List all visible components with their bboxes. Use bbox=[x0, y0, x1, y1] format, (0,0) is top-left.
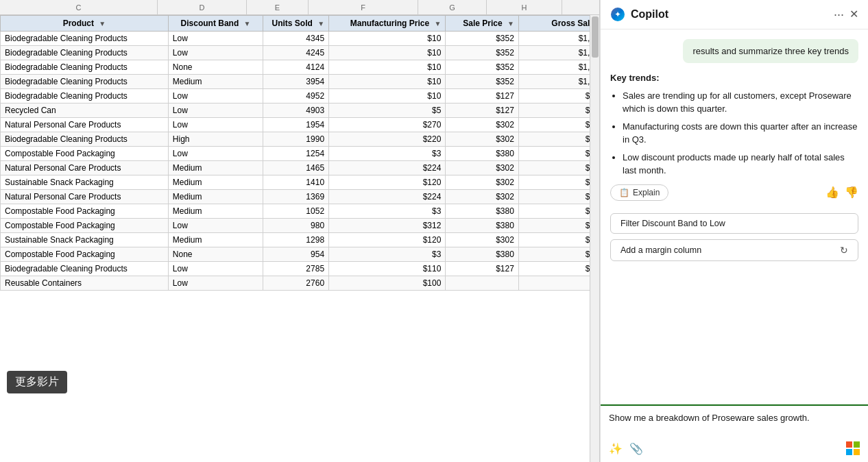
cell-mfg-price: $312 bbox=[329, 219, 446, 233]
cell-units-sold: 2785 bbox=[263, 262, 329, 276]
cell-gross-sale: $4 bbox=[518, 147, 599, 161]
filter-units-icon[interactable]: ▼ bbox=[317, 20, 324, 27]
header-units-sold[interactable]: Units Sold ▼ bbox=[263, 16, 329, 32]
col-g-header: G bbox=[418, 0, 487, 14]
sparkle-icon[interactable]: ✨ bbox=[609, 442, 623, 455]
vertical-scrollbar[interactable] bbox=[590, 15, 599, 462]
cell-sale-price: $127 bbox=[446, 89, 518, 104]
copilot-brand-icon: ✦ bbox=[610, 7, 625, 22]
cell-gross-sale: $1,5 bbox=[518, 32, 599, 46]
filter-mfg-icon[interactable]: ▼ bbox=[434, 20, 441, 27]
cell-mfg-price: $10 bbox=[329, 89, 446, 104]
cell-discount-band: Medium bbox=[168, 75, 263, 89]
table-row: Natural Personal Care Products Low 1954 … bbox=[1, 118, 599, 132]
cell-product: Biodegradable Cleaning Products bbox=[1, 262, 169, 276]
ai-response: Key trends: Sales are trending up for al… bbox=[610, 71, 858, 201]
ms-logo-green bbox=[854, 441, 860, 448]
cell-mfg-price: $3 bbox=[329, 247, 446, 262]
cell-product: Sustainable Snack Packaging bbox=[1, 233, 169, 247]
cell-gross-sale: $5 bbox=[518, 118, 599, 132]
header-mfg-price[interactable]: Manufacturing Price ▼ bbox=[329, 16, 446, 32]
cell-product: Natural Personal Care Products bbox=[1, 190, 169, 204]
cell-gross-sale: $3 bbox=[518, 204, 599, 219]
cell-units-sold: 954 bbox=[263, 247, 329, 262]
table-row: Compostable Food Packaging Medium 1052 $… bbox=[1, 204, 599, 219]
cell-product: Natural Personal Care Products bbox=[1, 118, 169, 132]
cell-units-sold: 980 bbox=[263, 219, 329, 233]
header-sale-price[interactable]: Sale Price ▼ bbox=[446, 16, 518, 32]
cell-gross-sale: $3 bbox=[518, 262, 599, 276]
close-icon[interactable]: ✕ bbox=[849, 8, 858, 22]
cell-units-sold: 1410 bbox=[263, 175, 329, 190]
cell-product: Compostable Food Packaging bbox=[1, 204, 169, 219]
cell-sale-price: $302 bbox=[446, 118, 518, 132]
cell-sale-price: $352 bbox=[446, 60, 518, 75]
explain-button[interactable]: 📋 Explain bbox=[610, 184, 668, 201]
cell-discount-band: None bbox=[168, 247, 263, 262]
copilot-logo: ✦ bbox=[610, 7, 625, 22]
cell-sale-price: $127 bbox=[446, 104, 518, 118]
cell-discount-band: Medium bbox=[168, 190, 263, 204]
cell-gross-sale: $1,4 bbox=[518, 60, 599, 75]
cell-sale-price: $302 bbox=[446, 190, 518, 204]
table-row: Sustainable Snack Packaging Medium 1410 … bbox=[1, 175, 599, 190]
cell-discount-band: Low bbox=[168, 147, 263, 161]
table-row: Compostable Food Packaging Low 1254 $3 $… bbox=[1, 147, 599, 161]
header-product[interactable]: Product ▼ bbox=[1, 16, 169, 32]
copilot-input[interactable]: Show me a breakdown of Proseware sales g… bbox=[609, 413, 860, 437]
table-wrap: Product ▼ Discount Band ▼ Units Sold ▼ M… bbox=[0, 15, 599, 462]
thumbs-down-icon[interactable]: 👎 bbox=[845, 184, 858, 201]
suggestion-chip-filter[interactable]: Filter Discount Band to Low bbox=[610, 213, 858, 234]
cell-sale-price: $302 bbox=[446, 132, 518, 147]
cell-discount-band: Medium bbox=[168, 233, 263, 247]
cell-mfg-price: $10 bbox=[329, 46, 446, 60]
table-row: Biodegradable Cleaning Products Low 4245… bbox=[1, 46, 599, 60]
suggestion-chip-margin[interactable]: Add a margin column ↻ bbox=[610, 239, 858, 261]
ms-logo-blue bbox=[846, 449, 852, 455]
cell-discount-band: Low bbox=[168, 219, 263, 233]
cell-mfg-price: $3 bbox=[329, 147, 446, 161]
cell-gross-sale: $6 bbox=[518, 89, 599, 104]
cell-mfg-price: $270 bbox=[329, 118, 446, 132]
table-row: Biodegradable Cleaning Products Medium 3… bbox=[1, 75, 599, 89]
cell-units-sold: 1298 bbox=[263, 233, 329, 247]
cell-product: Reusable Containers bbox=[1, 276, 169, 291]
thumbs-up-icon[interactable]: 👍 bbox=[825, 184, 839, 201]
cell-units-sold: 1465 bbox=[263, 161, 329, 175]
table-row: Natural Personal Care Products Medium 13… bbox=[1, 190, 599, 204]
suggestion-chips: Filter Discount Band to Low Add a margin… bbox=[610, 213, 858, 261]
filter-discount-icon[interactable]: ▼ bbox=[244, 20, 251, 27]
cell-units-sold: 4245 bbox=[263, 46, 329, 60]
ms-logo-red bbox=[846, 441, 852, 448]
cell-units-sold: 3954 bbox=[263, 75, 329, 89]
filter-sale-icon[interactable]: ▼ bbox=[507, 20, 514, 27]
cell-mfg-price: $10 bbox=[329, 75, 446, 89]
trend-item-2: Manufacturing costs are down this quarte… bbox=[623, 120, 858, 147]
microsoft-logo bbox=[846, 441, 860, 455]
refresh-icon: ↻ bbox=[840, 245, 848, 256]
cell-units-sold: 1052 bbox=[263, 204, 329, 219]
input-toolbar: ✨ 📎 bbox=[609, 441, 860, 455]
spreadsheet: C D E F G H Product ▼ Discount Band ▼ bbox=[0, 0, 600, 462]
table-row: Natural Personal Care Products Medium 14… bbox=[1, 161, 599, 175]
attachment-icon[interactable]: 📎 bbox=[629, 442, 643, 455]
cell-units-sold: 4952 bbox=[263, 89, 329, 104]
filter-product-icon[interactable]: ▼ bbox=[99, 20, 106, 27]
cell-gross-sale: $6 bbox=[518, 104, 599, 118]
col-h-header: H bbox=[487, 0, 562, 14]
cell-discount-band: None bbox=[168, 60, 263, 75]
cell-sale-price: $352 bbox=[446, 32, 518, 46]
cell-product: Sustainable Snack Packaging bbox=[1, 175, 169, 190]
header-gross-sale[interactable]: Gross Sale bbox=[518, 16, 599, 32]
more-options-icon[interactable]: ··· bbox=[834, 8, 844, 22]
scroll-thumb[interactable] bbox=[592, 16, 599, 58]
cell-mfg-price: $3 bbox=[329, 204, 446, 219]
cell-units-sold: 1254 bbox=[263, 147, 329, 161]
cell-product: Biodegradable Cleaning Products bbox=[1, 132, 169, 147]
cell-product: Biodegradable Cleaning Products bbox=[1, 60, 169, 75]
feedback-icons: 👍 👎 bbox=[825, 184, 858, 201]
header-discount-band[interactable]: Discount Band ▼ bbox=[168, 16, 263, 32]
cell-gross-sale: $4 bbox=[518, 190, 599, 204]
explain-bar: 📋 Explain 👍 👎 bbox=[610, 184, 858, 201]
cell-mfg-price: $220 bbox=[329, 132, 446, 147]
